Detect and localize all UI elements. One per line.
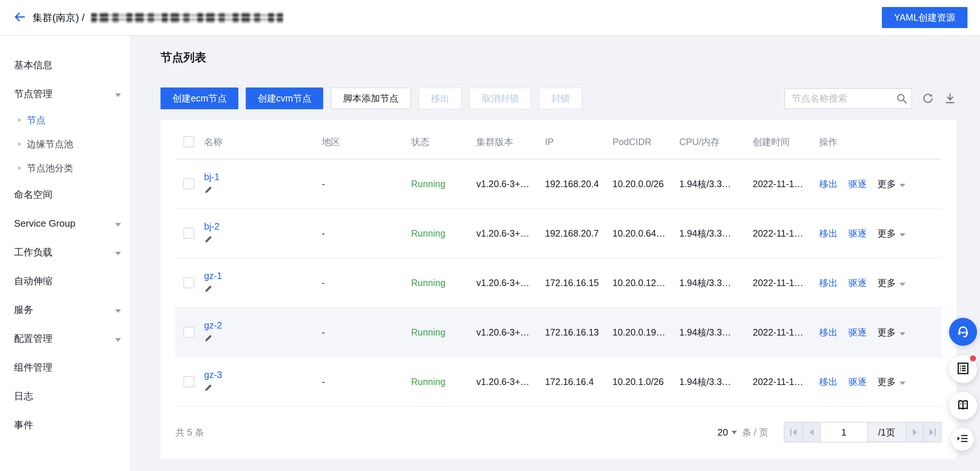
edit-pencil-icon[interactable] — [204, 185, 322, 196]
select-all-checkbox[interactable] — [183, 136, 194, 147]
node-name-link[interactable]: gz-1 — [204, 271, 222, 281]
cell-version: v1.20.6-3+… — [476, 377, 545, 387]
cell-ip: 192.168.20.4 — [545, 179, 612, 189]
sidebar-item-workload[interactable]: 工作负载 — [0, 238, 130, 266]
toolbar: 创建ecm节点 创建cvm节点 脚本添加节点 移出 取消封锁 封锁 — [161, 88, 956, 109]
table-body: bj-1 - Running v1.20.6-3+… 192.168.20.4 … — [175, 159, 942, 407]
search-input[interactable] — [784, 88, 912, 109]
cell-status: Running — [411, 327, 476, 338]
node-name-link[interactable]: gz-3 — [204, 369, 222, 380]
action-evict-link[interactable]: 驱逐 — [848, 228, 867, 239]
sidebar-item-component-management[interactable]: 组件管理 — [0, 353, 130, 382]
back-button[interactable] — [13, 10, 27, 25]
sidebar-item-node[interactable]: 节点 — [0, 108, 130, 132]
create-cvm-node-button[interactable]: 创建cvm节点 — [246, 88, 323, 109]
page-size-select[interactable]: 20 条 / 页 — [717, 426, 768, 439]
sidebar-item-logs[interactable]: 日志 — [0, 382, 130, 411]
edit-pencil-icon[interactable] — [204, 334, 322, 345]
notification-dot — [970, 355, 976, 361]
bullet-icon — [18, 167, 21, 170]
download-icon[interactable] — [944, 92, 956, 105]
node-name-link[interactable]: bj-2 — [204, 221, 220, 232]
sidebar-item-events[interactable]: 事件 — [0, 411, 130, 439]
sidebar-item-node-management[interactable]: 节点管理 — [0, 80, 130, 108]
action-more-dropdown[interactable]: 更多 — [877, 179, 905, 189]
action-more-dropdown[interactable]: 更多 — [877, 327, 905, 337]
action-more-dropdown[interactable]: 更多 — [877, 377, 905, 387]
sidebar-item-auto-scaling[interactable]: 自动伸缩 — [0, 266, 130, 295]
sidebar-item-label: 服务 — [14, 304, 33, 316]
bullet-icon — [18, 143, 21, 146]
cell-status: Running — [411, 179, 476, 189]
cell-version: v1.20.6-3+… — [476, 228, 545, 239]
survey-button[interactable] — [949, 355, 977, 383]
yaml-create-button[interactable]: YAML创建资源 — [882, 7, 967, 28]
cell-created: 2022-11-1… — [753, 278, 819, 288]
refresh-icon[interactable] — [922, 92, 934, 105]
search-box — [784, 88, 912, 109]
first-page-button[interactable] — [784, 423, 802, 442]
create-ecm-node-button[interactable]: 创建ecm节点 — [161, 88, 239, 109]
node-name-link[interactable]: bj-1 — [204, 172, 220, 182]
action-remove-link[interactable]: 移出 — [819, 377, 838, 387]
sidebar-item-service[interactable]: 服务 — [0, 295, 130, 324]
node-table-card: 名称 地区 状态 集群版本 IP PodCIDR CPU/内存 创建时间 操作 … — [161, 119, 956, 459]
page-number-input[interactable]: 1 — [820, 423, 867, 442]
cell-podcidr: 10.20.0.19… — [612, 327, 679, 338]
row-checkbox[interactable] — [183, 228, 194, 239]
support-button[interactable] — [949, 318, 977, 346]
prev-page-button[interactable] — [802, 423, 820, 442]
sidebar-item-label: 组件管理 — [14, 361, 52, 374]
edit-pencil-icon[interactable] — [204, 383, 322, 394]
row-checkbox[interactable] — [183, 178, 194, 189]
action-remove-link[interactable]: 移出 — [819, 228, 838, 239]
action-more-dropdown[interactable]: 更多 — [877, 228, 905, 239]
collapse-menu-button[interactable] — [951, 428, 974, 451]
uncordon-button[interactable]: 取消封锁 — [469, 88, 531, 109]
action-evict-link[interactable]: 驱逐 — [848, 377, 867, 387]
row-checkbox[interactable] — [183, 376, 194, 387]
cell-ip: 172.16.16.15 — [545, 278, 612, 288]
chevron-down-icon — [115, 338, 121, 342]
documentation-button[interactable] — [949, 391, 977, 420]
action-evict-link[interactable]: 驱逐 — [848, 327, 867, 337]
sidebar-item-config-management[interactable]: 配置管理 — [0, 324, 130, 353]
col-actions: 操作 — [819, 136, 942, 148]
sidebar-item-node-pool-category[interactable]: 节点池分类 — [0, 156, 130, 180]
cell-podcidr: 10.20.1.0/26 — [612, 377, 679, 387]
action-remove-link[interactable]: 移出 — [819, 278, 838, 288]
sidebar-item-label: Service Group — [14, 218, 75, 229]
sidebar-item-namespace[interactable]: 命名空间 — [0, 180, 130, 209]
last-page-button[interactable] — [923, 423, 941, 442]
pager: 1 /1页 — [784, 422, 942, 442]
action-evict-link[interactable]: 驱逐 — [848, 278, 867, 288]
sidebar-item-basic-info[interactable]: 基本信息 — [0, 51, 130, 80]
action-more-dropdown[interactable]: 更多 — [877, 278, 905, 288]
sidebar-item-label: 配置管理 — [14, 332, 52, 345]
sidebar-item-label: 自动伸缩 — [14, 275, 52, 288]
per-page-label: 条 / 页 — [742, 426, 768, 439]
edit-pencil-icon[interactable] — [204, 284, 322, 295]
action-remove-link[interactable]: 移出 — [819, 179, 838, 189]
action-evict-link[interactable]: 驱逐 — [848, 179, 867, 189]
row-checkbox[interactable] — [183, 327, 194, 338]
back-arrow-icon — [13, 10, 27, 25]
total-count: 共 5 条 — [175, 426, 204, 439]
table-footer: 共 5 条 20 条 / 页 1 /1页 — [175, 407, 942, 458]
col-version: 集群版本 — [476, 136, 545, 148]
first-page-icon — [792, 429, 797, 436]
next-page-button[interactable] — [905, 423, 923, 442]
page-size-value: 20 — [717, 427, 728, 438]
sidebar-item-service-group[interactable]: Service Group — [0, 209, 130, 238]
row-checkbox[interactable] — [183, 277, 194, 288]
search-icon[interactable] — [896, 93, 908, 106]
cordon-button[interactable]: 封锁 — [539, 88, 582, 109]
sidebar-item-edge-node-pool[interactable]: 边缘节点池 — [0, 132, 130, 156]
more-label: 更多 — [877, 327, 896, 337]
topbar: 集群(南京) / YAML创建资源 — [0, 0, 980, 36]
action-remove-link[interactable]: 移出 — [819, 327, 838, 337]
edit-pencil-icon[interactable] — [204, 235, 322, 246]
remove-button[interactable]: 移出 — [418, 88, 462, 109]
script-add-node-button[interactable]: 脚本添加节点 — [331, 88, 411, 109]
node-name-link[interactable]: gz-2 — [204, 320, 222, 331]
